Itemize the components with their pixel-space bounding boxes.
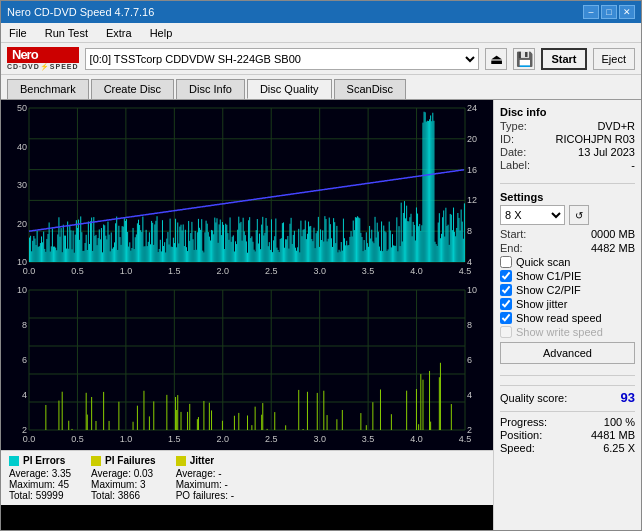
show-write-speed-checkbox [500, 326, 512, 338]
disc-label-value: - [631, 159, 635, 171]
maximize-button[interactable]: □ [601, 5, 617, 19]
tab-benchmark[interactable]: Benchmark [7, 79, 89, 99]
menu-run-test[interactable]: Run Test [41, 26, 92, 40]
show-c1-label: Show C1/PIE [516, 270, 581, 282]
position-label: Position: [500, 429, 542, 441]
end-mb-label: End: [500, 242, 523, 254]
quick-scan-checkbox[interactable] [500, 256, 512, 268]
advanced-button[interactable]: Advanced [500, 342, 635, 364]
disc-type-value: DVD+R [597, 120, 635, 132]
pi-errors-max: Maximum: 45 [9, 479, 71, 490]
tab-disc-info[interactable]: Disc Info [176, 79, 245, 99]
main-content: PI Errors Average: 3.35 Maximum: 45 Tota… [1, 99, 641, 530]
pi-failures-total: Total: 3866 [91, 490, 156, 501]
start-mb-label: Start: [500, 228, 526, 240]
quality-row: Quality score: 93 [500, 385, 635, 405]
speed-row: 8 X Max 2 X 4 X 12 X 16 X ↺ [500, 205, 635, 225]
toolbar: Nero CD·DVD⚡SPEED [0:0] TSSTcorp CDDVDW … [1, 43, 641, 75]
jitter-avg: Average: - [176, 468, 234, 479]
disc-id-row: ID: RICOHJPN R03 [500, 133, 635, 145]
tab-disc-quality[interactable]: Disc Quality [247, 79, 332, 99]
disc-label-row: Label: - [500, 159, 635, 171]
settings-title: Settings [500, 191, 635, 203]
pi-errors-avg: Average: 3.35 [9, 468, 71, 479]
pi-errors-color [9, 456, 19, 466]
menu-file[interactable]: File [5, 26, 31, 40]
tab-scan-disc[interactable]: ScanDisc [334, 79, 406, 99]
pi-failures-label: PI Failures [105, 455, 156, 466]
title-bar: Nero CD-DVD Speed 4.7.7.16 – □ ✕ [1, 1, 641, 23]
divider-2 [500, 375, 635, 376]
disc-type-label: Type: [500, 120, 527, 132]
eject-icon-button[interactable]: ⏏ [485, 48, 507, 70]
disc-info-title: Disc info [500, 106, 635, 118]
speed-value: 6.25 X [603, 442, 635, 454]
position-row: Position: 4481 MB [500, 429, 635, 441]
menu-help[interactable]: Help [146, 26, 177, 40]
show-write-speed-label: Show write speed [516, 326, 603, 338]
refresh-button[interactable]: ↺ [569, 205, 589, 225]
nero-logo: Nero CD·DVD⚡SPEED [7, 47, 79, 71]
tab-create-disc[interactable]: Create Disc [91, 79, 174, 99]
disc-id-value: RICOHJPN R03 [556, 133, 635, 145]
speed-selector[interactable]: 8 X Max 2 X 4 X 12 X 16 X [500, 205, 565, 225]
close-button[interactable]: ✕ [619, 5, 635, 19]
nero-subtitle: CD·DVD⚡SPEED [7, 63, 79, 71]
quality-label: Quality score: [500, 392, 567, 404]
show-c1-checkbox[interactable] [500, 270, 512, 282]
pi-failures-color [91, 456, 101, 466]
save-icon-button[interactable]: 💾 [513, 48, 535, 70]
quick-scan-row: Quick scan [500, 256, 635, 268]
start-mb-value: 0000 MB [591, 228, 635, 240]
end-mb-row: End: 4482 MB [500, 242, 635, 254]
show-read-speed-row: Show read speed [500, 312, 635, 324]
position-value: 4481 MB [591, 429, 635, 441]
show-c2-row: Show C2/PIF [500, 284, 635, 296]
disc-id-label: ID: [500, 133, 514, 145]
eject-button[interactable]: Eject [593, 48, 635, 70]
chart-area: PI Errors Average: 3.35 Maximum: 45 Tota… [1, 100, 493, 530]
menu-extra[interactable]: Extra [102, 26, 136, 40]
nero-brand: Nero [7, 47, 79, 63]
show-c1-row: Show C1/PIE [500, 270, 635, 282]
disc-type-row: Type: DVD+R [500, 120, 635, 132]
show-jitter-label: Show jitter [516, 298, 567, 310]
show-jitter-checkbox[interactable] [500, 298, 512, 310]
jitter-label: Jitter [190, 455, 214, 466]
show-c2-label: Show C2/PIF [516, 284, 581, 296]
pi-failures-avg: Average: 0.03 [91, 468, 156, 479]
progress-section: Progress: 100 % Position: 4481 MB Speed:… [500, 411, 635, 455]
speed-label: Speed: [500, 442, 535, 454]
disc-date-label: Date: [500, 146, 526, 158]
disc-info-section: Disc info Type: DVD+R ID: RICOHJPN R03 D… [500, 106, 635, 172]
minimize-button[interactable]: – [583, 5, 599, 19]
show-read-speed-checkbox[interactable] [500, 312, 512, 324]
end-mb-value: 4482 MB [591, 242, 635, 254]
menu-bar: File Run Test Extra Help [1, 23, 641, 43]
legend-pi-errors: PI Errors Average: 3.35 Maximum: 45 Tota… [9, 455, 71, 501]
progress-row: Progress: 100 % [500, 416, 635, 428]
legend-pi-failures: PI Failures Average: 0.03 Maximum: 3 Tot… [91, 455, 156, 501]
quick-scan-label: Quick scan [516, 256, 570, 268]
divider-1 [500, 183, 635, 184]
show-c2-checkbox[interactable] [500, 284, 512, 296]
show-read-speed-label: Show read speed [516, 312, 602, 324]
legend-jitter: Jitter Average: - Maximum: - PO failures… [176, 455, 234, 501]
bottom-chart [1, 282, 493, 450]
progress-label: Progress: [500, 416, 547, 428]
tabs: Benchmark Create Disc Disc Info Disc Qua… [1, 75, 641, 99]
pi-errors-label: PI Errors [23, 455, 65, 466]
start-button[interactable]: Start [541, 48, 586, 70]
sidebar: Disc info Type: DVD+R ID: RICOHJPN R03 D… [493, 100, 641, 530]
progress-value: 100 % [604, 416, 635, 428]
show-write-speed-row: Show write speed [500, 326, 635, 338]
disc-date-row: Date: 13 Jul 2023 [500, 146, 635, 158]
disc-date-value: 13 Jul 2023 [578, 146, 635, 158]
disc-label-label: Label: [500, 159, 530, 171]
jitter-color [176, 456, 186, 466]
drive-selector[interactable]: [0:0] TSSTcorp CDDVDW SH-224GB SB00 [85, 48, 480, 70]
quality-score: 93 [621, 390, 635, 405]
legend-bar: PI Errors Average: 3.35 Maximum: 45 Tota… [1, 450, 493, 505]
window-title: Nero CD-DVD Speed 4.7.7.16 [7, 6, 154, 18]
settings-section: Settings 8 X Max 2 X 4 X 12 X 16 X ↺ Sta… [500, 191, 635, 364]
